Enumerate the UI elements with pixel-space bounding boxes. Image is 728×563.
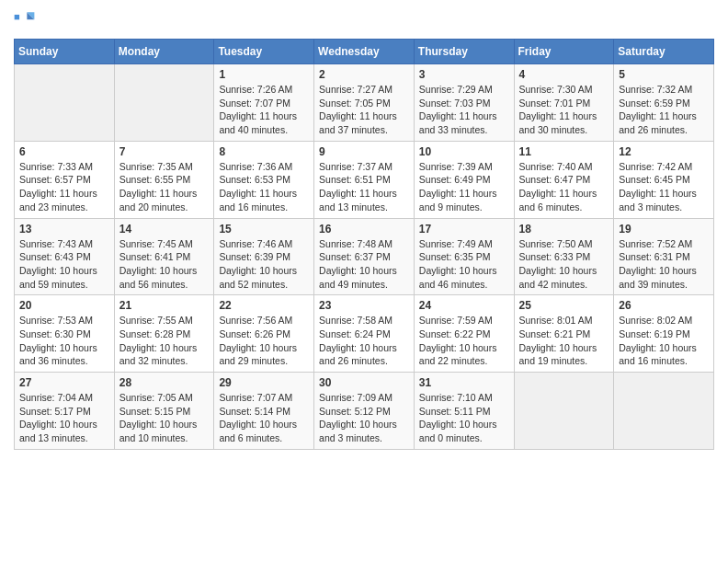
day-info: Sunrise: 8:02 AMSunset: 6:19 PMDaylight:… — [619, 315, 697, 366]
day-info: Sunrise: 8:01 AMSunset: 6:21 PMDaylight:… — [519, 315, 597, 366]
calendar-cell: 11Sunrise: 7:40 AMSunset: 6:47 PMDayligh… — [514, 141, 614, 218]
day-number: 3 — [419, 68, 509, 81]
day-number: 17 — [419, 223, 509, 236]
weekday-header-monday: Monday — [114, 40, 214, 64]
day-info: Sunrise: 7:09 AMSunset: 5:12 PMDaylight:… — [319, 392, 397, 443]
calendar-cell — [114, 64, 214, 142]
day-info: Sunrise: 7:42 AMSunset: 6:45 PMDaylight:… — [619, 161, 697, 213]
calendar-cell: 7Sunrise: 7:35 AMSunset: 6:55 PMDaylight… — [114, 141, 214, 218]
weekday-header-tuesday: Tuesday — [214, 40, 314, 64]
day-info: Sunrise: 7:48 AMSunset: 6:37 PMDaylight:… — [319, 238, 397, 290]
calendar-week-row: 6Sunrise: 7:33 AMSunset: 6:57 PMDaylight… — [15, 141, 714, 218]
calendar-week-row: 27Sunrise: 7:04 AMSunset: 5:17 PMDayligh… — [15, 373, 714, 450]
day-number: 21 — [119, 299, 210, 312]
day-info: Sunrise: 7:45 AMSunset: 6:41 PMDaylight:… — [119, 238, 198, 290]
day-info: Sunrise: 7:40 AMSunset: 6:47 PMDaylight:… — [519, 161, 597, 213]
day-info: Sunrise: 7:29 AMSunset: 7:03 PMDaylight:… — [419, 84, 497, 135]
day-info: Sunrise: 7:10 AMSunset: 5:11 PMDaylight:… — [419, 392, 497, 443]
weekday-header-thursday: Thursday — [414, 40, 514, 64]
day-number: 24 — [419, 299, 509, 312]
day-number: 29 — [219, 376, 309, 389]
day-info: Sunrise: 7:58 AMSunset: 6:24 PMDaylight:… — [319, 315, 397, 366]
day-number: 18 — [519, 223, 609, 236]
calendar-cell: 14Sunrise: 7:45 AMSunset: 6:41 PMDayligh… — [114, 218, 214, 295]
day-info: Sunrise: 7:32 AMSunset: 6:59 PMDaylight:… — [619, 84, 697, 135]
day-number: 14 — [119, 223, 210, 236]
calendar-cell: 12Sunrise: 7:42 AMSunset: 6:45 PMDayligh… — [614, 141, 714, 218]
weekday-header-saturday: Saturday — [614, 40, 714, 64]
day-number: 19 — [619, 223, 709, 236]
calendar-cell: 20Sunrise: 7:53 AMSunset: 6:30 PMDayligh… — [15, 295, 115, 373]
calendar-cell: 6Sunrise: 7:33 AMSunset: 6:57 PMDaylight… — [15, 141, 115, 218]
day-number: 26 — [619, 299, 709, 312]
calendar-page: ■ SundayMondayTuesdayWednesdayThursdayFr… — [0, 0, 728, 563]
day-info: Sunrise: 7:53 AMSunset: 6:30 PMDaylight:… — [19, 315, 97, 366]
day-number: 28 — [119, 376, 210, 389]
calendar-cell: 31Sunrise: 7:10 AMSunset: 5:11 PMDayligh… — [414, 373, 514, 450]
day-number: 8 — [219, 145, 309, 158]
weekday-header-sunday: Sunday — [15, 40, 115, 64]
calendar-cell: 26Sunrise: 8:02 AMSunset: 6:19 PMDayligh… — [614, 295, 714, 373]
day-info: Sunrise: 7:33 AMSunset: 6:57 PMDaylight:… — [19, 161, 97, 213]
day-info: Sunrise: 7:37 AMSunset: 6:51 PMDaylight:… — [319, 161, 397, 213]
day-number: 25 — [519, 299, 609, 312]
calendar-cell: 16Sunrise: 7:48 AMSunset: 6:37 PMDayligh… — [314, 218, 415, 295]
day-number: 16 — [319, 223, 409, 236]
calendar-cell: 25Sunrise: 8:01 AMSunset: 6:21 PMDayligh… — [514, 295, 614, 373]
day-info: Sunrise: 7:59 AMSunset: 6:22 PMDaylight:… — [419, 315, 497, 366]
logo: ■ — [14, 9, 40, 31]
weekday-header-friday: Friday — [514, 40, 614, 64]
calendar-cell: 4Sunrise: 7:30 AMSunset: 7:01 PMDaylight… — [514, 64, 614, 142]
calendar-cell — [15, 64, 115, 142]
calendar-cell: 8Sunrise: 7:36 AMSunset: 6:53 PMDaylight… — [214, 141, 314, 218]
day-info: Sunrise: 7:07 AMSunset: 5:14 PMDaylight:… — [219, 392, 297, 443]
calendar-week-row: 1Sunrise: 7:26 AMSunset: 7:07 PMDaylight… — [15, 64, 714, 142]
day-number: 10 — [419, 145, 509, 158]
day-info: Sunrise: 7:55 AMSunset: 6:28 PMDaylight:… — [119, 315, 198, 366]
day-number: 30 — [319, 376, 409, 389]
calendar-cell: 13Sunrise: 7:43 AMSunset: 6:43 PMDayligh… — [15, 218, 115, 295]
day-info: Sunrise: 7:30 AMSunset: 7:01 PMDaylight:… — [519, 84, 597, 135]
day-info: Sunrise: 7:43 AMSunset: 6:43 PMDaylight:… — [19, 238, 97, 290]
day-info: Sunrise: 7:04 AMSunset: 5:17 PMDaylight:… — [19, 392, 97, 443]
day-number: 1 — [219, 68, 309, 81]
day-number: 6 — [19, 145, 109, 158]
day-number: 20 — [19, 299, 109, 312]
calendar-cell: 10Sunrise: 7:39 AMSunset: 6:49 PMDayligh… — [414, 141, 514, 218]
calendar-cell: 9Sunrise: 7:37 AMSunset: 6:51 PMDaylight… — [314, 141, 415, 218]
svg-text:■: ■ — [14, 11, 20, 22]
day-info: Sunrise: 7:26 AMSunset: 7:07 PMDaylight:… — [219, 84, 297, 135]
calendar-cell: 15Sunrise: 7:46 AMSunset: 6:39 PMDayligh… — [214, 218, 314, 295]
day-number: 15 — [219, 223, 309, 236]
day-number: 9 — [319, 145, 409, 158]
day-number: 5 — [619, 68, 709, 81]
calendar-cell — [614, 373, 714, 450]
day-info: Sunrise: 7:49 AMSunset: 6:35 PMDaylight:… — [419, 238, 497, 290]
day-number: 11 — [519, 145, 609, 158]
calendar-week-row: 20Sunrise: 7:53 AMSunset: 6:30 PMDayligh… — [15, 295, 714, 373]
day-number: 2 — [319, 68, 409, 81]
day-info: Sunrise: 7:39 AMSunset: 6:49 PMDaylight:… — [419, 161, 497, 213]
calendar-cell: 1Sunrise: 7:26 AMSunset: 7:07 PMDaylight… — [214, 64, 314, 142]
calendar-week-row: 13Sunrise: 7:43 AMSunset: 6:43 PMDayligh… — [15, 218, 714, 295]
day-info: Sunrise: 7:35 AMSunset: 6:55 PMDaylight:… — [119, 161, 198, 213]
day-number: 13 — [19, 223, 109, 236]
calendar-cell: 22Sunrise: 7:56 AMSunset: 6:26 PMDayligh… — [214, 295, 314, 373]
calendar-cell: 24Sunrise: 7:59 AMSunset: 6:22 PMDayligh… — [414, 295, 514, 373]
day-info: Sunrise: 7:05 AMSunset: 5:15 PMDaylight:… — [119, 392, 198, 443]
day-number: 27 — [19, 376, 109, 389]
calendar-cell: 3Sunrise: 7:29 AMSunset: 7:03 PMDaylight… — [414, 64, 514, 142]
day-number: 31 — [419, 376, 509, 389]
day-number: 7 — [119, 145, 210, 158]
calendar-cell: 29Sunrise: 7:07 AMSunset: 5:14 PMDayligh… — [214, 373, 314, 450]
calendar-cell: 18Sunrise: 7:50 AMSunset: 6:33 PMDayligh… — [514, 218, 614, 295]
day-info: Sunrise: 7:52 AMSunset: 6:31 PMDaylight:… — [619, 238, 697, 290]
calendar-cell: 17Sunrise: 7:49 AMSunset: 6:35 PMDayligh… — [414, 218, 514, 295]
calendar-cell: 28Sunrise: 7:05 AMSunset: 5:15 PMDayligh… — [114, 373, 214, 450]
calendar-cell: 5Sunrise: 7:32 AMSunset: 6:59 PMDaylight… — [614, 64, 714, 142]
day-number: 23 — [319, 299, 409, 312]
calendar-cell: 19Sunrise: 7:52 AMSunset: 6:31 PMDayligh… — [614, 218, 714, 295]
day-number: 12 — [619, 145, 709, 158]
day-number: 4 — [519, 68, 609, 81]
logo-icon: ■ — [14, 9, 36, 31]
